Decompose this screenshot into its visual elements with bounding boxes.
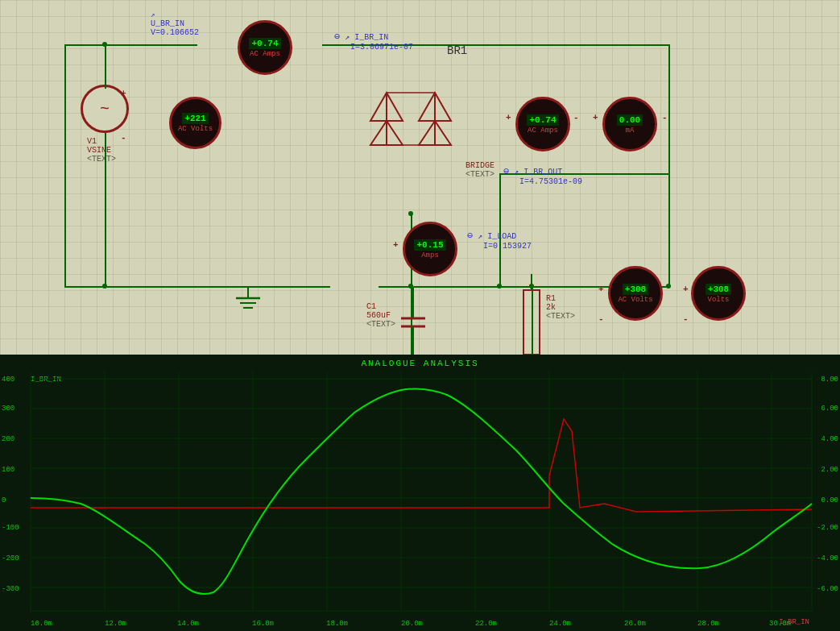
polarity-minus-3: - (573, 113, 579, 122)
node-dot-2 (102, 284, 107, 289)
polarity-plus-4: + (593, 113, 598, 122)
polarity-plus-3: + (506, 113, 511, 122)
r1-label: R12k <TEXT> (546, 294, 575, 321)
node-dot-5 (497, 284, 502, 289)
meter-ac-amps-2: +0.74 AC Amps (515, 97, 570, 152)
polarity-minus-4: - (662, 113, 668, 122)
polarity-plus-6: + (598, 284, 604, 294)
polarity-plus-7: + (683, 284, 689, 294)
chart-area: ANALOGUE ANALYSIS 400 300 200 100 0 -100… (0, 355, 840, 631)
polarity-minus-7: - (683, 314, 689, 324)
c1-label: C1560uF <TEXT> (366, 302, 395, 329)
v1-polarity-plus: + (121, 89, 126, 98)
node-dot-3 (408, 284, 413, 289)
svg-rect-15 (523, 290, 540, 355)
br1-label: BR1 (447, 44, 467, 57)
meter-ac-volts: +221 AC Volts (169, 97, 221, 149)
meter-ac-amps-1: +0.74 AC Amps (238, 20, 292, 75)
node-dot-6 (529, 284, 534, 289)
polarity-plus-5: + (393, 240, 399, 250)
bridge-rectifier (358, 68, 463, 173)
meter-volts: +308 Volts (691, 266, 746, 321)
probe-i-load: ⊖ ↗ I_LOAD I=0.153927 (467, 230, 532, 251)
probe-u-br-in: ↗ U_BR_IN V=0.106652 (151, 10, 199, 37)
bridge-label: BRIDGE<TEXT> (466, 161, 494, 179)
schematic-area: ~ V1 VSINE <TEXT> +0.74 AC Amps ↗ U_BR_I… (0, 0, 840, 355)
polarity-minus-6: - (598, 314, 604, 324)
meter-ac-volts-2: +308 AC Volts (608, 266, 663, 321)
probe-i-br-out: ⊖ ↗ I_BR_OUT I=4.75301e-09 (503, 165, 582, 186)
ground-symbol (232, 286, 264, 322)
meter-amps: +0.15 Amps (403, 222, 457, 276)
v1-label: V1 VSINE <TEXT> (87, 137, 116, 164)
meter-ma: 0.00 mA (602, 97, 657, 152)
chart-svg (0, 355, 840, 631)
node-dot-7 (666, 284, 671, 289)
node-dot-4 (408, 211, 413, 216)
probe-i-br-in: ⊖ ↗ I_BR_IN I=3.06971e-07 (334, 31, 413, 52)
c1-capacitor (397, 286, 429, 355)
node-dot-1 (102, 42, 107, 47)
v1-polarity-minus: - (121, 133, 126, 143)
